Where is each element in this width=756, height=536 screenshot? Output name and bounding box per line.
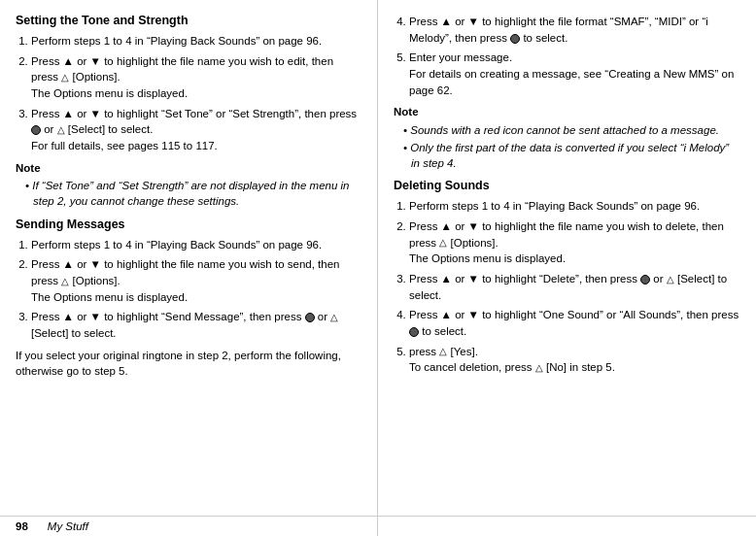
select-icon-5 xyxy=(409,327,419,337)
list-item: Press ▲ or ▼ to highlight “Send Message”… xyxy=(31,309,361,341)
page-footer: 98 My Stuff xyxy=(0,516,756,536)
deleting-steps: Perform steps 1 to 4 in “Playing Back So… xyxy=(409,198,740,376)
sending-steps: Perform steps 1 to 4 in “Playing Back So… xyxy=(31,237,361,342)
list-item: Perform steps 1 to 4 in “Playing Back So… xyxy=(409,198,740,215)
no-icon: △ xyxy=(535,361,543,376)
select-soft-icon-2: △ xyxy=(330,311,338,325)
select-icon xyxy=(31,125,41,135)
tone-strength-steps: Perform steps 1 to 4 in “Playing Back So… xyxy=(31,33,361,154)
page-container: Setting the Tone and Strength Perform st… xyxy=(0,0,756,536)
list-item: Press ▲ or ▼ to highlight “Set Tone” or … xyxy=(31,106,361,154)
list-item: Press ▲ or ▼ to highlight “One Sound” or… xyxy=(409,307,740,339)
options-icon: △ xyxy=(61,71,69,85)
footer-page-number: 98 xyxy=(16,520,28,532)
tone-note-block: Note If “Set Tone” and “Set Strength” ar… xyxy=(16,160,361,210)
deleting-sounds-heading: Deleting Sounds xyxy=(394,179,740,192)
note-item: If “Set Tone” and “Set Strength” are not… xyxy=(25,178,361,209)
options-icon-2: △ xyxy=(61,275,69,289)
note-list-2: Sounds with a red icon cannot be sent at… xyxy=(403,122,740,171)
sending-messages-heading: Sending Messages xyxy=(16,218,361,231)
right-column: Press ▲ or ▼ to highlight the file forma… xyxy=(378,0,756,536)
list-item: Enter your message.For details on creati… xyxy=(409,50,740,98)
list-item: Press ▲ or ▼ to highlight “Delete”, then… xyxy=(409,271,740,303)
note-label-2: Note xyxy=(394,104,740,120)
sending-note-text: If you select your original ringtone in … xyxy=(16,348,361,380)
note-label: Note xyxy=(16,160,361,177)
yes-icon: △ xyxy=(439,345,447,359)
footer-section-title: My Stuff xyxy=(48,520,88,532)
select-icon-4 xyxy=(640,275,650,285)
note-list: If “Set Tone” and “Set Strength” are not… xyxy=(25,178,361,209)
list-item: Perform steps 1 to 4 in “Playing Back So… xyxy=(31,33,361,50)
note-item: Only the first part of the data is conve… xyxy=(403,140,740,171)
list-item: Perform steps 1 to 4 in “Playing Back So… xyxy=(31,237,361,253)
select-icon-2 xyxy=(305,313,315,322)
options-icon-3: △ xyxy=(439,236,447,251)
note-item: Sounds with a red icon cannot be sent at… xyxy=(403,122,740,138)
select-icon-3 xyxy=(510,34,520,44)
tone-strength-heading: Setting the Tone and Strength xyxy=(16,14,361,27)
list-item: Press ▲ or ▼ to highlight the file name … xyxy=(31,256,361,305)
continued-steps: Press ▲ or ▼ to highlight the file forma… xyxy=(409,14,740,98)
select-soft-icon: △ xyxy=(57,123,65,138)
sending-note-block: Note Sounds with a red icon cannot be se… xyxy=(394,104,740,171)
list-item: Press ▲ or ▼ to highlight the file forma… xyxy=(409,14,740,46)
list-item: Press ▲ or ▼ to highlight the file name … xyxy=(31,53,361,102)
list-item: Press ▲ or ▼ to highlight the file name … xyxy=(409,218,740,267)
list-item: press △ [Yes].To cancel deletion, press … xyxy=(409,344,740,376)
select-soft-icon-3: △ xyxy=(667,273,674,287)
left-column: Setting the Tone and Strength Perform st… xyxy=(0,0,378,536)
